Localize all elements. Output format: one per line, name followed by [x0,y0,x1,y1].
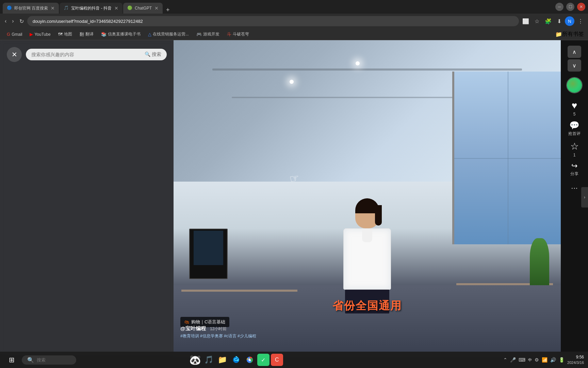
download-button[interactable]: ⬇ [555,16,564,26]
tab-close-chatgpt[interactable]: ✕ [154,5,159,11]
bookmark-translate[interactable]: 翻 翻译 [77,31,96,38]
collect-icon: ☆ [570,141,579,152]
bookmark-gamedev[interactable]: 🎮 游戏开发 [194,31,222,38]
search-area: ✕ 🔍 搜索 [7,47,167,62]
doupo-icon: 斗 [227,31,231,37]
bookmarks-bar: G Gmail ▶ YouTube 🗺 地图 翻 翻译 📚 信奥直播课电子书 △… [0,29,588,40]
taskbar-arrow-icon[interactable]: ⌃ [503,357,507,363]
tab-close-baidu[interactable]: ✕ [51,5,55,11]
office-window [452,72,561,244]
bookmark-translate-label: 翻译 [85,31,94,37]
bookmark-ebook-label: 信奥直播课电子书 [108,31,141,37]
bookmark-gmail[interactable]: G Gmail [4,31,25,37]
tab-douyin[interactable]: 🎵 宝叶编程的抖音 - 抖音 ✕ [60,3,122,14]
video-container[interactable]: 省份全国通用 🛍 购物｜C语言基础 @宝叶编程 12小时前 #教育培训 #信息学… [174,40,561,354]
extensions-button[interactable]: 🧩 [543,16,554,26]
taskbar-settings-icon[interactable]: ⚙ [535,357,539,363]
taskbar-app-panda[interactable]: 🐼 [189,354,201,366]
ceiling-light-1 [356,61,360,65]
search-input[interactable] [31,52,142,57]
taskbar-wifi-icon[interactable]: 📶 [542,357,548,363]
bookmark-gmail-label: Gmail [12,32,22,37]
taskbar-app-music[interactable]: 🎵 [203,354,215,366]
nav-actions: ⬜ ☆ 🧩 ⬇ N ⋮ [520,16,585,26]
author-time: 12小时前 [210,326,227,331]
bookmark-maps[interactable]: 🗺 地图 [55,31,75,38]
more-button[interactable]: ··· [568,181,581,195]
nav-bar: ‹ › ↻ ⬜ ☆ 🧩 ⬇ N ⋮ [0,14,588,29]
right-sidebar: ∧ ∨ ♥ 5 💬 抢首评 ☆ 1 ↪ 分享 ··· › [561,40,588,354]
new-tab-button[interactable]: + [163,6,173,14]
close-button[interactable]: ✕ [577,3,585,11]
bookmark-doupo[interactable]: 斗 斗破苍穹 [224,31,252,38]
profile-button[interactable]: N [565,16,574,26]
user-avatar-button[interactable] [566,77,583,93]
bookmark-youtube[interactable]: ▶ YouTube [27,31,53,37]
close-search-button[interactable]: ✕ [7,47,22,62]
search-submit-button[interactable]: 🔍 搜索 [145,51,161,58]
screenshot-button[interactable]: ⬜ [520,16,531,26]
maximize-button[interactable]: ☐ [566,3,574,11]
tab-close-douyin[interactable]: ✕ [114,5,118,11]
tab-bar: 🔵 即创官网 百度搜索 ✕ 🎵 宝叶编程的抖音 - 抖音 ✕ 🟢 ChatGPT… [3,0,553,14]
taskbar-app-green[interactable]: ✓ [257,354,270,366]
refresh-button[interactable]: ↻ [17,17,26,26]
start-button[interactable]: ⊞ [4,352,19,367]
bookmark-gamedev-label: 游戏开发 [203,31,219,37]
video-tags[interactable]: #教育培训 #信息学奥赛 #c语言 #少儿编程 [180,333,256,339]
taskbar-app-red[interactable]: C [271,354,283,366]
forward-button[interactable]: › [10,17,16,26]
bookmark-marketing-label: 在线营销服务运营... [153,31,189,37]
taskbar-mic-icon[interactable]: 🎤 [510,357,516,363]
taskbar-volume-icon[interactable]: 🔊 [550,357,556,363]
back-button[interactable]: ‹ [3,17,9,26]
collect-button[interactable]: ☆ 1 [570,141,579,157]
taskbar-keyboard-icon[interactable]: ⌨ [519,357,525,363]
comment-button[interactable]: 💬 抢首评 [568,121,581,137]
tab-baidu[interactable]: 🔵 即创官网 百度搜索 ✕ [3,3,59,14]
bookmark-marketing[interactable]: △ 在线营销服务运营... [145,31,192,38]
taskbar-lang-icon[interactable]: 中 [528,357,532,363]
taskbar: ⊞ 🔍 🐼 🎵 📁 ✓ C ⌃ 🎤 ⌨ 中 ⚙ 📶 🔊 🔋 9:56 2024/… [0,352,588,368]
prev-video-button[interactable]: ∧ [568,46,581,58]
tab-chatgpt[interactable]: 🟢 ChatGPT ✕ [123,3,163,14]
like-count: 5 [573,112,576,117]
collapse-sidebar-button[interactable]: › [581,187,588,208]
tab-favicon-baidu: 🔵 [7,5,12,11]
bookmarks-all[interactable]: 📁 所有书签 [555,31,584,38]
taskbar-search-icon: 🔍 [27,357,34,363]
gamedev-icon: 🎮 [196,32,202,37]
taskbar-apps: 🐼 🎵 📁 ✓ C [189,354,283,366]
taskbar-date: 2024/3/16 [567,360,584,365]
taskbar-search[interactable]: 🔍 [22,355,76,365]
search-box: 🔍 搜索 [26,49,167,60]
taskbar-app-chrome[interactable] [244,354,256,366]
bookmark-ebook[interactable]: 📚 信奥直播课电子书 [98,31,143,38]
like-button[interactable]: ♥ 5 [572,100,577,117]
taskbar-search-input[interactable] [37,357,71,363]
address-bar[interactable] [27,16,519,26]
taskbar-app-edge[interactable] [230,354,242,366]
star-button[interactable]: ☆ [533,16,541,26]
author-name[interactable]: @宝叶编程 [180,325,206,331]
tab-label-baidu: 即创官网 百度搜索 [14,5,48,11]
share-button[interactable]: ↪ 分享 [570,162,578,177]
bookmark-doupo-label: 斗破苍穹 [233,31,249,37]
nav-arrows: ∧ ∨ [568,46,581,72]
minimize-button[interactable]: ─ [555,3,564,11]
taskbar-battery-icon[interactable]: 🔋 [559,357,565,363]
taskbar-clock[interactable]: 9:56 2024/3/16 [567,354,584,365]
title-bar: 🔵 即创官网 百度搜索 ✕ 🎵 宝叶编程的抖音 - 抖音 ✕ 🟢 ChatGPT… [0,0,588,14]
left-panel: ✕ 🔍 搜索 [0,40,174,354]
bookmark-youtube-label: YouTube [34,32,50,37]
plant [530,238,549,285]
menu-button[interactable]: ⋮ [576,16,585,26]
tab-favicon-chatgpt: 🟢 [127,5,133,11]
next-video-button[interactable]: ∨ [568,59,581,72]
tab-label-chatgpt: ChatGPT [135,6,152,11]
search-submit-label: 🔍 搜索 [145,51,161,58]
comment-icon: 💬 [569,121,579,130]
taskbar-app-files[interactable]: 📁 [216,354,229,366]
browser-chrome: 🔵 即创官网 百度搜索 ✕ 🎵 宝叶编程的抖音 - 抖音 ✕ 🟢 ChatGPT… [0,0,588,40]
main-content: ✕ 🔍 搜索 [0,40,588,354]
